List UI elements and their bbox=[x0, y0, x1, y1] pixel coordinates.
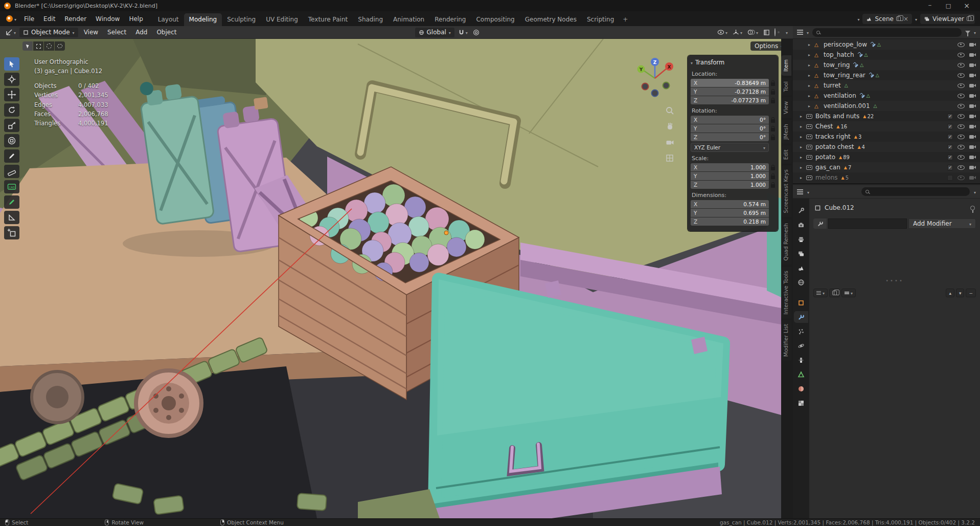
hide-in-viewport-icon[interactable] bbox=[958, 73, 965, 78]
outliner-row-bolts-and-nuts[interactable]: Bolts and nuts 22 bbox=[793, 111, 980, 121]
cad-pencil-tool[interactable] bbox=[4, 195, 19, 209]
rotate-tool[interactable] bbox=[4, 103, 19, 117]
expand-icon[interactable] bbox=[800, 124, 806, 129]
add-workspace-button[interactable]: + bbox=[619, 13, 631, 26]
expand-icon[interactable] bbox=[800, 155, 806, 160]
disable-in-renders-icon[interactable] bbox=[969, 53, 976, 57]
blender-menu-button[interactable] bbox=[3, 15, 19, 23]
tab-uv-editing[interactable]: UV Editing bbox=[261, 13, 303, 26]
protractor-tool[interactable] bbox=[4, 211, 19, 224]
chevron-down-icon[interactable] bbox=[807, 188, 809, 195]
hide-in-viewport-icon[interactable] bbox=[958, 53, 965, 57]
chevron-down-icon[interactable] bbox=[807, 29, 809, 36]
panel-grip[interactable] bbox=[809, 278, 980, 283]
xray-toggle[interactable] bbox=[762, 29, 771, 36]
properties-tab-physics[interactable] bbox=[794, 340, 808, 352]
remove-scene-icon[interactable] bbox=[903, 15, 908, 23]
annotate-tool[interactable] bbox=[4, 149, 19, 163]
disable-in-renders-icon[interactable] bbox=[969, 83, 976, 88]
location-y-input[interactable]: Y-0.27128 m bbox=[691, 87, 769, 96]
exclude-checkbox[interactable] bbox=[947, 165, 953, 170]
exclude-checkbox[interactable] bbox=[947, 124, 953, 129]
disable-in-renders-icon[interactable] bbox=[969, 73, 976, 78]
tab-sculpting[interactable]: Sculpting bbox=[222, 13, 261, 26]
disable-in-renders-icon[interactable] bbox=[969, 42, 976, 47]
select-lasso-mode-button[interactable] bbox=[55, 41, 65, 51]
proportional-editing-button[interactable] bbox=[471, 29, 481, 36]
select-circle-mode-button[interactable] bbox=[44, 41, 54, 51]
scale-y-input[interactable]: Y1.000 bbox=[691, 172, 769, 180]
sidebar-tab-item[interactable]: Item bbox=[781, 55, 791, 76]
properties-tab-tool[interactable] bbox=[794, 205, 808, 216]
add-cube-tool[interactable] bbox=[4, 226, 19, 239]
outliner-row-gas-can[interactable]: gas_can 7 bbox=[793, 162, 980, 172]
sidebar-tab-jmesh[interactable]: JMesh bbox=[781, 120, 791, 144]
select-box-mode-button[interactable] bbox=[33, 41, 43, 51]
properties-tab-texture[interactable] bbox=[794, 397, 808, 409]
lock-icon[interactable] bbox=[771, 167, 775, 170]
tab-modeling[interactable]: Modeling bbox=[184, 13, 222, 26]
disable-in-renders-icon[interactable] bbox=[969, 176, 976, 180]
properties-tab-world[interactable] bbox=[794, 276, 808, 288]
sidebar-tab-modifier-list[interactable]: Modifier List bbox=[781, 320, 791, 361]
pin-icon[interactable] bbox=[970, 206, 975, 210]
hide-in-viewport-icon[interactable] bbox=[958, 135, 965, 139]
properties-tab-particles[interactable] bbox=[794, 325, 808, 337]
minimize-button[interactable] bbox=[921, 0, 939, 11]
menu-render[interactable]: Render bbox=[60, 13, 91, 25]
hide-in-viewport-icon[interactable] bbox=[958, 155, 965, 160]
hide-in-viewport-icon[interactable] bbox=[958, 42, 965, 47]
tab-rendering[interactable]: Rendering bbox=[429, 13, 471, 26]
expand-icon[interactable] bbox=[808, 104, 814, 108]
sidebar-tab-view[interactable]: View bbox=[781, 97, 791, 118]
move-tool[interactable] bbox=[4, 88, 19, 101]
tab-compositing[interactable]: Compositing bbox=[471, 13, 519, 26]
modifier-search-field[interactable] bbox=[828, 218, 907, 229]
hide-in-viewport-icon[interactable] bbox=[958, 176, 965, 180]
expand-icon[interactable] bbox=[800, 145, 806, 149]
add-modifier-button[interactable]: Add Modifier bbox=[908, 218, 976, 229]
exclude-checkbox[interactable] bbox=[947, 114, 953, 119]
outliner-row-potato[interactable]: potato 89 bbox=[793, 152, 980, 162]
measure-tool[interactable] bbox=[4, 165, 19, 178]
transform-panel-header[interactable]: Transform bbox=[691, 57, 775, 68]
dimensions-x-input[interactable]: X0.574 m bbox=[691, 200, 769, 208]
tab-scripting[interactable]: Scripting bbox=[582, 13, 619, 26]
outliner-row-ventilation-001[interactable]: ventilation.001 bbox=[793, 101, 980, 111]
transform-tool[interactable] bbox=[4, 134, 19, 147]
sidebar-tab-screencast-keys[interactable]: Screencast Keys bbox=[781, 165, 791, 217]
modifier-menu-button[interactable] bbox=[813, 218, 827, 229]
expand-icon[interactable] bbox=[808, 94, 814, 98]
tab-texture-paint[interactable]: Texture Paint bbox=[303, 13, 353, 26]
expand-icon[interactable] bbox=[808, 42, 814, 47]
outliner-search-input[interactable] bbox=[812, 28, 962, 37]
tab-layout[interactable]: Layout bbox=[153, 13, 184, 26]
outliner-row-tow-ring[interactable]: tow_ring bbox=[793, 60, 980, 70]
hide-in-viewport-icon[interactable] bbox=[958, 124, 965, 129]
sidebar-tab-edit[interactable]: Edit bbox=[781, 145, 791, 164]
expand-icon[interactable] bbox=[800, 114, 806, 119]
camera-view-button[interactable] bbox=[664, 137, 675, 148]
outliner-row-periscope-low[interactable]: periscope_low bbox=[793, 39, 980, 50]
exclude-checkbox[interactable] bbox=[947, 155, 953, 160]
snap-toggle[interactable] bbox=[457, 29, 469, 36]
mode-dropdown[interactable]: Object Mode bbox=[19, 28, 78, 37]
properties-tab-material[interactable] bbox=[794, 383, 808, 394]
rotation-z-input[interactable]: Z0° bbox=[691, 133, 769, 141]
disable-in-renders-icon[interactable] bbox=[969, 94, 976, 98]
location-z-input[interactable]: Z-0.077273 m bbox=[691, 96, 769, 104]
solid-shading-button[interactable] bbox=[778, 31, 780, 33]
outliner-editor-icon[interactable] bbox=[797, 30, 803, 35]
expand-icon[interactable] bbox=[808, 73, 814, 78]
chevron-down-icon[interactable] bbox=[974, 29, 976, 36]
location-x-input[interactable]: X-0.83649 m bbox=[691, 79, 769, 87]
properties-tab-object[interactable] bbox=[794, 297, 808, 309]
expand-icon[interactable] bbox=[808, 63, 814, 68]
wireframe-shading-button[interactable] bbox=[774, 29, 776, 36]
hide-in-viewport-icon[interactable] bbox=[958, 165, 965, 170]
disable-in-renders-icon[interactable] bbox=[969, 104, 976, 108]
hide-in-viewport-icon[interactable] bbox=[958, 83, 965, 88]
exclude-checkbox[interactable] bbox=[947, 134, 953, 140]
dimensions-z-input[interactable]: Z0.218 m bbox=[691, 217, 769, 226]
filter-icon[interactable] bbox=[965, 31, 970, 34]
